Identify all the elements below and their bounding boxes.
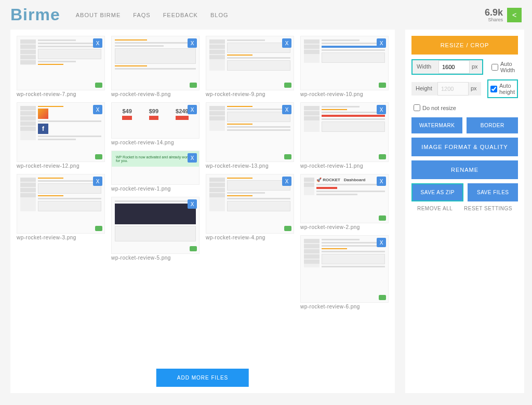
rename-button[interactable]: RENAME [411,160,518,179]
settings-sidebar: RESIZE / CROP Width px Auto Width Height… [405,30,524,393]
header-right: 6.9k Shares < [485,8,522,22]
status-badge [190,246,197,251]
thumbnail-item[interactable]: X wp-rocket-review-13.png [206,102,294,172]
filename-label: wp-rocket-review-13.png [206,162,294,172]
status-badge [379,295,386,300]
image-format-button[interactable]: IMAGE FORMAT & QUALITY [411,138,518,156]
do-not-resize-checkbox[interactable] [414,104,420,111]
thumbnail-item[interactable]: X wp-rocket-review-8.png [111,36,200,100]
content-area: X wp-rocket-review-7.png f X wp-rocket-r… [10,30,395,393]
close-icon[interactable]: X [188,199,197,209]
thumbnail-grid: X wp-rocket-review-7.png f X wp-rocket-r… [17,36,389,313]
close-icon[interactable]: X [188,153,197,163]
filename-label: wp-rocket-review-1.png [111,185,200,195]
height-input[interactable] [437,82,469,96]
unit-label: px [469,82,481,96]
close-icon[interactable]: X [377,238,386,247]
thumbnail-item[interactable]: X wp-rocket-review-4.png [206,174,294,244]
status-badge [379,215,386,221]
thumbnail-item[interactable]: $49$99$249 X wp-rocket-review-14.png [111,102,200,148]
header: Birme ABOUT BIRME FAQS FEEDBACK BLOG 6.9… [0,0,532,30]
close-icon[interactable]: X [282,177,291,186]
close-icon[interactable]: X [93,177,102,186]
status-badge [95,83,102,88]
close-icon[interactable]: X [282,105,291,114]
shares-label: Shares [485,17,503,22]
thumbnail-item[interactable]: WP Rocket is now activated and already w… [111,151,200,195]
do-not-resize-check[interactable]: Do not resize [411,102,518,113]
nav-faqs[interactable]: FAQS [133,12,150,18]
height-group: Height px [411,82,481,96]
filename-label: wp-rocket-review-8.png [111,90,200,100]
auto-height-checkbox[interactable] [490,86,497,92]
grid-col: X wp-rocket-review-7.png f X wp-rocket-r… [17,36,105,313]
height-label: Height [411,82,437,96]
nav-blog[interactable]: BLOG [210,12,229,18]
filename-label: wp-rocket-review-2.png [300,223,389,233]
filename-label: wp-rocket-review-14.png [111,139,200,148]
close-icon[interactable]: X [377,105,386,114]
status-badge [95,226,102,231]
status-badge [284,154,291,159]
status-badge [284,226,291,231]
filename-label: wp-rocket-review-7.png [17,90,105,100]
auto-width-checkbox[interactable] [491,64,498,71]
thumbnail-item[interactable]: X wp-rocket-review-6.png [300,235,389,313]
border-button[interactable]: BORDER [467,117,517,133]
filename-label: wp-rocket-review-10.png [300,90,389,100]
main-nav: ABOUT BIRME FAQS FEEDBACK BLOG [76,12,229,18]
width-label: Width [413,60,438,74]
resize-crop-button[interactable]: RESIZE / CROP [411,36,518,55]
status-badge [284,83,291,88]
nav-feedback[interactable]: FEEDBACK [163,12,198,18]
unit-label: px [470,60,482,74]
banner: WP Rocket is now activated and already w… [112,151,199,167]
main: X wp-rocket-review-7.png f X wp-rocket-r… [0,30,532,393]
remove-all-link[interactable]: REMOVE ALL [417,206,453,211]
share-button[interactable]: < [507,8,522,22]
thumbnail-item[interactable]: X wp-rocket-review-7.png [17,36,105,100]
thumbnail-item[interactable]: X wp-rocket-review-10.png [300,36,389,100]
grid-col: X wp-rocket-review-10.png X wp-rocket-re… [300,36,389,313]
filename-label: wp-rocket-review-6.png [300,303,389,313]
filename-label: wp-rocket-review-9.png [206,90,294,100]
thumbnail-item[interactable]: X wp-rocket-review-9.png [206,36,294,100]
logo[interactable]: Birme [10,5,60,24]
watermark-button[interactable]: WATERMARK [411,117,462,133]
thumbnail-item[interactable]: X wp-rocket-review-11.png [300,102,389,172]
status-badge [95,154,102,159]
status-badge [379,83,386,88]
thumbnail-item[interactable]: X wp-rocket-review-3.png [17,174,105,244]
auto-height-check[interactable]: Auto height [487,79,518,98]
status-badge [190,83,197,88]
width-row: Width px Auto Width [411,59,518,75]
add-more-files-button[interactable]: ADD MORE FILES [156,369,249,387]
share-icon: < [512,11,516,19]
save-files-button[interactable]: SAVE FILES [468,183,517,201]
close-icon[interactable]: X [377,177,386,186]
grid-col: X wp-rocket-review-9.png X wp-rocket-rev… [206,36,294,313]
height-row: Height px Auto height [411,79,518,98]
width-group-highlighted: Width px [411,59,483,75]
close-icon[interactable]: X [188,38,197,48]
save-zip-button[interactable]: SAVE AS ZIP [411,183,463,201]
thumbnail-item[interactable]: X wp-rocket-review-5.png [111,197,200,264]
filename-label: wp-rocket-review-5.png [111,254,200,264]
shares-info: 6.9k Shares [485,8,503,22]
filename-label: wp-rocket-review-11.png [300,162,389,172]
close-icon[interactable]: X [188,105,197,114]
filename-label: wp-rocket-review-12.png [17,162,105,172]
reset-settings-link[interactable]: RESET SETTINGS [464,206,512,211]
width-input[interactable] [438,60,470,74]
close-icon[interactable]: X [377,38,386,48]
thumbnail-item[interactable]: 🚀 ROCKET Dashboard X wp-rocket-review-2.… [300,174,389,233]
grid-col: X wp-rocket-review-8.png $49$99$249 X wp… [111,36,200,313]
status-badge [379,154,386,159]
shares-count: 6.9k [485,8,503,17]
auto-width-check[interactable]: Auto Width [489,59,518,75]
nav-about[interactable]: ABOUT BIRME [76,12,121,18]
close-icon[interactable]: X [282,38,291,48]
close-icon[interactable]: X [93,105,102,114]
close-icon[interactable]: X [93,38,102,48]
thumbnail-item[interactable]: f X wp-rocket-review-12.png [17,102,105,172]
